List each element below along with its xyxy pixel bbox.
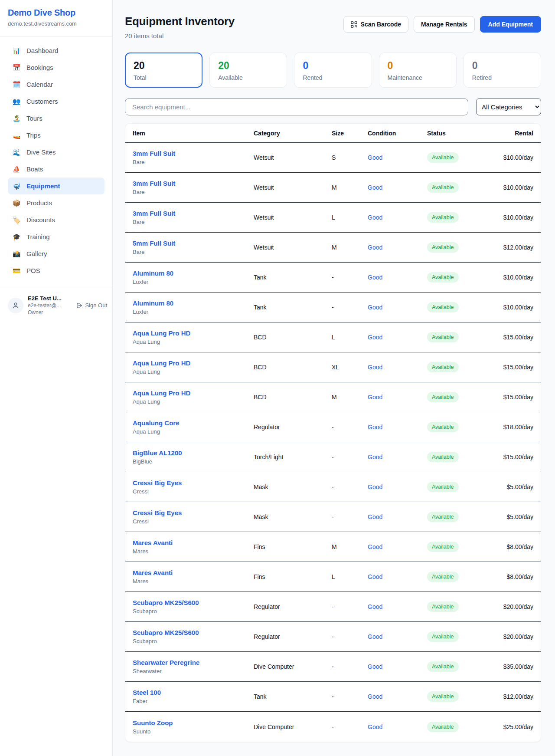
cell-category: Fins xyxy=(254,543,332,550)
cell-category: Torch/Light xyxy=(254,454,332,460)
condition-link[interactable]: Good xyxy=(368,603,382,610)
cell-category: BCD xyxy=(254,394,332,401)
dive-sites-icon: 🌊 xyxy=(12,148,21,156)
item-link[interactable]: Aqua Lung Pro HD xyxy=(133,359,254,367)
sign-out-button[interactable]: Sign Out xyxy=(75,302,107,309)
status-badge: Available xyxy=(427,392,459,402)
cell-category: Wetsuit xyxy=(254,244,332,251)
stat-card-rented[interactable]: 0 Rented xyxy=(294,53,372,88)
sidebar-item-bookings[interactable]: 📅 Bookings xyxy=(8,59,104,76)
condition-link[interactable]: Good xyxy=(368,663,382,670)
manage-rentals-button[interactable]: Manage Rentals xyxy=(414,16,475,33)
scan-barcode-button[interactable]: Scan Barcode xyxy=(343,16,408,33)
cell-category: Wetsuit xyxy=(254,214,332,221)
shop-domain: demo.test.divestreams.com xyxy=(8,20,104,27)
condition-link[interactable]: Good xyxy=(368,693,382,700)
stat-card-total[interactable]: 20 Total xyxy=(125,53,202,88)
table-row: 5mm Full Suit Bare Wetsuit M Good Availa… xyxy=(125,233,541,263)
condition-link[interactable]: Good xyxy=(368,543,382,550)
table-row: Aluminum 80 Luxfer Tank - Good Available… xyxy=(125,293,541,322)
item-link[interactable]: Aqua Lung Pro HD xyxy=(133,389,254,397)
stats-row: 20 Total 20 Available 0 Rented 0 Mainten… xyxy=(125,53,541,88)
item-link[interactable]: Scubapro MK25/S600 xyxy=(133,629,254,636)
condition-link[interactable]: Good xyxy=(368,214,382,221)
sidebar-item-equipment[interactable]: 🤿 Equipment xyxy=(8,177,104,194)
condition-link[interactable]: Good xyxy=(368,513,382,520)
cell-rental: $15.00/day xyxy=(492,394,533,401)
sidebar-item-gallery[interactable]: 📸 Gallery xyxy=(8,245,104,262)
item-link[interactable]: Mares Avanti xyxy=(133,539,254,546)
table-body: 3mm Full Suit Bare Wetsuit S Good Availa… xyxy=(125,143,541,742)
item-link[interactable]: Aqua Lung Pro HD xyxy=(133,329,254,337)
sidebar-item-products[interactable]: 📦 Products xyxy=(8,194,104,211)
item-brand: Shearwater xyxy=(133,668,254,674)
condition-link[interactable]: Good xyxy=(368,394,382,401)
sidebar-item-dashboard[interactable]: 📊 Dashboard xyxy=(8,42,104,59)
stat-card-available[interactable]: 20 Available xyxy=(209,53,287,88)
col-rental: Rental xyxy=(492,130,533,137)
add-equipment-button[interactable]: Add Equipment xyxy=(480,16,541,33)
stat-card-retired[interactable]: 0 Retired xyxy=(464,53,541,88)
item-link[interactable]: Steel 100 xyxy=(133,689,254,696)
item-link[interactable]: Mares Avanti xyxy=(133,569,254,576)
condition-link[interactable]: Good xyxy=(368,244,382,251)
sidebar-item-boats[interactable]: ⛵ Boats xyxy=(8,161,104,177)
table-row: 3mm Full Suit Bare Wetsuit M Good Availa… xyxy=(125,173,541,203)
condition-link[interactable]: Good xyxy=(368,154,382,161)
sidebar-item-tours[interactable]: 🏝️ Tours xyxy=(8,110,104,127)
user-panel: E2E Test U... e2e-tester@... Owner Sign … xyxy=(0,288,112,322)
item-link[interactable]: 3mm Full Suit xyxy=(133,210,254,217)
sidebar-item-customers[interactable]: 👥 Customers xyxy=(8,93,104,110)
item-brand: Cressi xyxy=(133,488,254,495)
bookings-icon: 📅 xyxy=(12,64,21,72)
stat-value: 0 xyxy=(388,59,448,72)
item-link[interactable]: Aqualung Core xyxy=(133,419,254,427)
cell-rental: $12.00/day xyxy=(492,693,533,700)
item-brand: Scubapro xyxy=(133,638,254,644)
condition-link[interactable]: Good xyxy=(368,633,382,640)
table-row: Shearwater Peregrine Shearwater Dive Com… xyxy=(125,652,541,682)
item-link[interactable]: 5mm Full Suit xyxy=(133,240,254,247)
status-badge: Available xyxy=(427,452,459,462)
item-brand: BigBlue xyxy=(133,458,254,465)
sidebar-item-training[interactable]: 🎓 Training xyxy=(8,228,104,245)
item-link[interactable]: 3mm Full Suit xyxy=(133,180,254,187)
condition-link[interactable]: Good xyxy=(368,334,382,341)
item-link[interactable]: Aluminum 80 xyxy=(133,270,254,277)
avatar xyxy=(8,298,23,313)
condition-link[interactable]: Good xyxy=(368,424,382,431)
sidebar-item-calendar[interactable]: 🗓️ Calendar xyxy=(8,76,104,93)
condition-link[interactable]: Good xyxy=(368,454,382,460)
equipment-table: Item Category Size Condition Status Rent… xyxy=(125,123,541,742)
user-role: Owner xyxy=(28,309,71,316)
item-link[interactable]: Suunto Zoop xyxy=(133,719,254,726)
cell-category: Tank xyxy=(254,304,332,311)
customers-icon: 👥 xyxy=(12,98,21,105)
item-link[interactable]: Shearwater Peregrine xyxy=(133,659,254,666)
sidebar-item-trips[interactable]: 🚤 Trips xyxy=(8,127,104,144)
item-link[interactable]: Aluminum 80 xyxy=(133,299,254,307)
cell-category: Dive Computer xyxy=(254,723,332,730)
cell-category: Wetsuit xyxy=(254,184,332,191)
condition-link[interactable]: Good xyxy=(368,573,382,580)
condition-link[interactable]: Good xyxy=(368,364,382,371)
sidebar-item-pos[interactable]: 💳 POS xyxy=(8,262,104,279)
item-link[interactable]: Scubapro MK25/S600 xyxy=(133,599,254,606)
condition-link[interactable]: Good xyxy=(368,723,382,730)
search-input[interactable] xyxy=(125,98,468,115)
condition-link[interactable]: Good xyxy=(368,184,382,191)
cell-category: Regulator xyxy=(254,424,332,431)
item-link[interactable]: Cressi Big Eyes xyxy=(133,509,254,516)
stat-card-maintenance[interactable]: 0 Maintenance xyxy=(379,53,457,88)
item-link[interactable]: 3mm Full Suit xyxy=(133,150,254,157)
condition-link[interactable]: Good xyxy=(368,483,382,490)
item-link[interactable]: BigBlue AL1200 xyxy=(133,449,254,457)
condition-link[interactable]: Good xyxy=(368,274,382,281)
sidebar-item-dive-sites[interactable]: 🌊 Dive Sites xyxy=(8,144,104,161)
category-filter[interactable]: All Categories xyxy=(476,98,541,115)
condition-link[interactable]: Good xyxy=(368,304,382,311)
item-link[interactable]: Cressi Big Eyes xyxy=(133,479,254,486)
status-badge: Available xyxy=(427,691,459,702)
status-badge: Available xyxy=(427,722,459,732)
sidebar-item-discounts[interactable]: 🏷️ Discounts xyxy=(8,211,104,228)
